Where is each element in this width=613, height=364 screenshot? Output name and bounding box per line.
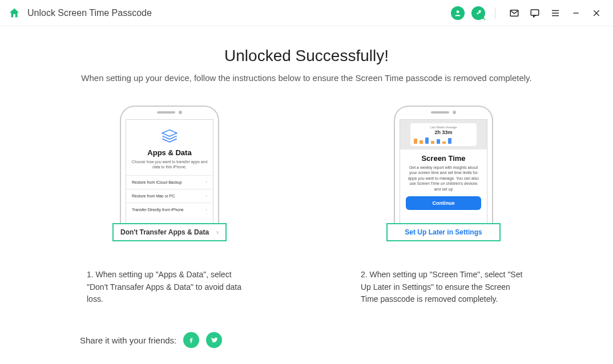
step-apps-data: Apps & Data Choose how you want to trans…	[87, 106, 252, 306]
list-item: Restore from Mac or PC›	[126, 189, 213, 203]
screen-time-body: Get a weekly report with insights about …	[406, 165, 481, 192]
usage-bars	[414, 137, 473, 144]
home-icon[interactable]	[8, 7, 21, 19]
title-bar: Unlock Screen Time Passcode	[0, 0, 613, 26]
screen-time-card: Last Week's Average 2h 33m	[410, 123, 477, 146]
chevron-right-icon: ›	[205, 193, 207, 199]
screen-time-title: Screen Time	[400, 154, 487, 163]
content-area: Unlocked Successfully! When setting up y…	[0, 26, 613, 348]
chevron-right-icon: ›	[216, 228, 219, 236]
mail-icon[interactable]	[506, 5, 523, 22]
step-caption: 2. When setting up "Screen Time", select…	[361, 269, 526, 306]
phone-mock-screen-time: Last Week's Average 2h 33m	[394, 106, 493, 241]
share-facebook-button[interactable]	[183, 332, 199, 348]
continue-button: Continue	[406, 196, 481, 210]
highlight-dont-transfer: Don't Transfer Apps & Data ›	[112, 223, 227, 241]
page-heading: Unlocked Successfully!	[34, 47, 579, 65]
music-search-icon[interactable]	[470, 5, 487, 22]
highlight-label: Set Up Later in Settings	[405, 228, 482, 236]
stack-icon	[160, 128, 179, 145]
phone-mock-apps-data: Apps & Data Choose how you want to trans…	[120, 106, 219, 241]
apps-data-title: Apps & Data	[126, 148, 213, 157]
page-subheading: When setting up your device, follow the …	[34, 73, 579, 83]
average-label: Last Week's Average	[414, 126, 473, 129]
share-row: Share it with your friends:	[34, 332, 579, 348]
svg-point-1	[481, 15, 484, 18]
list-item: Restore from iCloud Backup›	[126, 175, 213, 189]
feedback-icon[interactable]	[526, 5, 543, 22]
step-screen-time: Last Week's Average 2h 33m	[361, 106, 526, 306]
apps-data-subtitle: Choose how you want to transfer apps and…	[131, 159, 208, 169]
window-title: Unlock Screen Time Passcode	[27, 8, 152, 18]
average-value: 2h 33m	[414, 130, 473, 135]
highlight-set-up-later: Set Up Later in Settings	[386, 223, 501, 241]
share-twitter-button[interactable]	[206, 332, 222, 348]
step-caption: 1. When setting up "Apps & Data", select…	[87, 269, 252, 306]
chevron-right-icon: ›	[205, 207, 207, 212]
svg-rect-4	[531, 10, 539, 15]
account-icon[interactable]	[449, 5, 466, 22]
close-button[interactable]	[588, 5, 605, 22]
menu-icon[interactable]	[547, 5, 564, 22]
svg-point-0	[457, 10, 459, 13]
chevron-right-icon: ›	[205, 180, 207, 185]
list-item: Transfer Directly from iPhone›	[126, 203, 213, 216]
separator	[495, 7, 495, 19]
share-label: Share it with your friends:	[80, 335, 176, 345]
svg-line-2	[483, 18, 485, 20]
highlight-label: Don't Transfer Apps & Data	[120, 228, 209, 236]
minimize-button[interactable]	[567, 5, 584, 22]
